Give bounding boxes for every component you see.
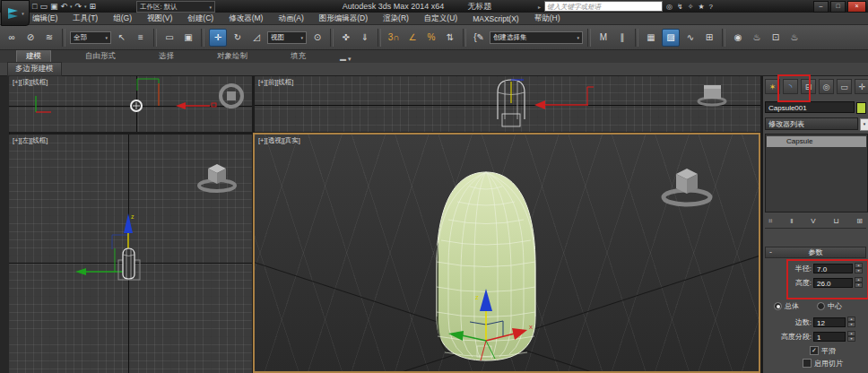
overall-radio[interactable]: 总体 — [774, 301, 799, 311]
rectangular-selection-region-button[interactable]: ▭ — [161, 30, 178, 46]
menu-customize[interactable]: 自定义(U) — [424, 13, 457, 24]
ribbon-tab-populate[interactable]: 填充 — [282, 50, 315, 63]
search-expand-icon[interactable]: ▸ — [538, 4, 541, 10]
rendered-frame-window-button[interactable]: ⊡ — [768, 30, 784, 46]
undo-history-caret[interactable]: ▾ — [70, 4, 73, 9]
height-segments-field[interactable]: 1 — [813, 332, 846, 342]
capsule-object-top-view[interactable] — [131, 100, 142, 111]
close-button[interactable]: × — [847, 1, 866, 13]
minimize-button[interactable]: – — [813, 1, 829, 13]
select-and-rotate-button[interactable]: ↻ — [230, 30, 246, 46]
height-segments-spinner[interactable]: ▴▾ — [847, 331, 855, 342]
menu-edit[interactable]: 编辑(E) — [32, 13, 57, 24]
snaps-toggle-button[interactable]: 3∩ — [386, 30, 402, 46]
manage-layers-button[interactable]: ▦ — [643, 30, 659, 46]
search-binoculars-button[interactable]: ◎ — [666, 3, 673, 11]
modifier-list-caret[interactable]: ▾ — [860, 118, 868, 131]
window-crossing-toggle[interactable]: ▣ — [180, 30, 196, 46]
viewport-front-label[interactable]: [+][前][线框] — [258, 78, 293, 87]
named-selection-sets-dropdown[interactable]: 创建选择集▾ — [490, 31, 583, 44]
unlink-selection-button[interactable]: ⊘ — [22, 30, 39, 46]
remove-modifier-button[interactable]: ⊔ — [833, 217, 838, 225]
pin-stack-button[interactable]: ⌗ — [768, 217, 773, 226]
sides-field[interactable]: 12 — [813, 317, 846, 327]
rollout-collapse-icon[interactable]: - — [769, 247, 772, 256]
enable-slice-checkbox[interactable] — [803, 359, 812, 368]
ribbon-minimize-button[interactable]: ▬ ▾ — [340, 56, 351, 63]
schematic-view-button[interactable]: ⊞ — [701, 30, 717, 46]
viewport-left[interactable]: [+][左][线框] z — [9, 134, 252, 373]
app-button[interactable]: ▾ — [1, 0, 30, 26]
reference-coordinate-system-dropdown[interactable]: 视图▾ — [267, 31, 307, 44]
viewport-perspective[interactable]: [+][透视][真实] — [253, 133, 760, 373]
bind-to-space-warp-button[interactable]: ≋ — [41, 30, 57, 46]
redo-button[interactable]: ↷ — [75, 2, 82, 11]
object-color-swatch[interactable] — [856, 102, 866, 114]
polygon-modeling-panel-button[interactable]: 多边形建模 — [7, 62, 62, 76]
viewcube[interactable] — [221, 85, 242, 107]
viewcube[interactable] — [199, 164, 235, 191]
select-by-name-button[interactable]: ≡ — [133, 30, 149, 46]
infocenter-search-input[interactable] — [544, 1, 663, 12]
menu-modifiers[interactable]: 修改器(M) — [229, 13, 263, 24]
spinner-down-icon[interactable]: ▾ — [847, 322, 855, 327]
workspace-dropdown[interactable]: 工作区: 默认 ▾ — [136, 1, 215, 13]
menu-tools[interactable]: 工具(T) — [73, 13, 98, 24]
menu-views[interactable]: 视图(V) — [147, 13, 172, 24]
tab-display[interactable]: ▭ — [837, 79, 852, 94]
viewport-perspective-label[interactable]: [+][透视][真实] — [258, 136, 300, 145]
select-and-link-button[interactable]: ∞ — [4, 30, 20, 46]
keyboard-shortcut-override-toggle[interactable]: ⇓ — [357, 30, 373, 46]
restore-button[interactable]: □ — [830, 1, 846, 13]
graphite-modeling-tools-toggle[interactable]: ▨ — [662, 29, 680, 47]
smooth-checkbox[interactable]: ✓ — [810, 346, 819, 355]
sides-spinner[interactable]: ▴▾ — [847, 317, 855, 327]
tab-motion[interactable]: ◎ — [819, 79, 834, 94]
save-file-button[interactable]: ▣ — [50, 2, 58, 11]
menu-graph-editors[interactable]: 图形编辑器(D) — [319, 13, 368, 24]
center-radio[interactable]: 中心 — [817, 301, 842, 311]
menu-maxscript[interactable]: MAXScript(X) — [473, 14, 518, 23]
configure-modifier-sets-button[interactable]: ⊞ — [856, 217, 863, 225]
edit-named-selection-sets-button[interactable]: {✎ — [471, 30, 487, 46]
ribbon-tab-freeform[interactable]: 自由形式 — [76, 50, 125, 63]
menu-animation[interactable]: 动画(A) — [278, 13, 303, 24]
mirror-button[interactable]: M — [595, 30, 612, 46]
modifier-stack-item[interactable]: Capsule — [767, 136, 866, 147]
communication-center-button[interactable]: ✧ — [688, 3, 694, 11]
material-editor-button[interactable]: ◉ — [730, 30, 746, 46]
render-production-button[interactable]: ♨ — [786, 30, 803, 46]
ribbon-tab-selection[interactable]: 选择 — [150, 50, 183, 63]
select-and-move-button[interactable]: ✛ — [209, 29, 227, 47]
make-unique-button[interactable]: V — [811, 217, 815, 225]
menu-create[interactable]: 创建(C) — [187, 13, 213, 24]
viewcube[interactable] — [664, 169, 710, 204]
select-object-button[interactable]: ↖ — [114, 30, 130, 46]
curve-editor-button[interactable]: ∿ — [682, 30, 699, 46]
project-folder-button[interactable]: ⊞ — [90, 2, 97, 11]
viewport-front[interactable]: [+][前][线框] — [255, 76, 760, 132]
capsule-object-left-view[interactable] — [118, 248, 140, 280]
undo-button[interactable]: ↶ — [60, 2, 67, 11]
angle-snap-toggle[interactable]: ∠ — [404, 30, 421, 46]
tab-utilities[interactable]: ✛ — [855, 79, 868, 94]
viewport-top[interactable]: [+][顶][线框] — [9, 76, 252, 132]
move-gizmo[interactable] — [137, 79, 216, 109]
align-button[interactable]: ∥ — [614, 30, 630, 46]
object-name-field[interactable]: Capsule001 — [765, 101, 855, 113]
subscription-wrench-button[interactable]: ↯ — [677, 3, 683, 11]
menu-rendering[interactable]: 渲染(R) — [383, 13, 409, 24]
select-and-scale-button[interactable]: ◿ — [248, 30, 265, 46]
render-setup-button[interactable]: ♨ — [749, 30, 765, 46]
move-gizmo[interactable] — [511, 80, 594, 109]
selection-filter-dropdown[interactable]: 全部▾ — [70, 31, 111, 44]
favorites-star-button[interactable]: ★ — [698, 3, 704, 11]
ribbon-tab-modeling[interactable]: 建模 — [16, 49, 51, 63]
select-and-manipulate-button[interactable]: ✜ — [338, 30, 354, 46]
viewport-top-label[interactable]: [+][顶][线框] — [13, 78, 48, 87]
new-scene-button[interactable]: □ — [32, 2, 37, 11]
modifier-list-dropdown[interactable]: 修改器列表 — [765, 117, 858, 130]
parameters-rollout-header[interactable]: - 参数 — [765, 247, 866, 258]
modifier-stack[interactable]: Capsule — [765, 134, 868, 213]
menu-group[interactable]: 组(G) — [113, 13, 132, 24]
